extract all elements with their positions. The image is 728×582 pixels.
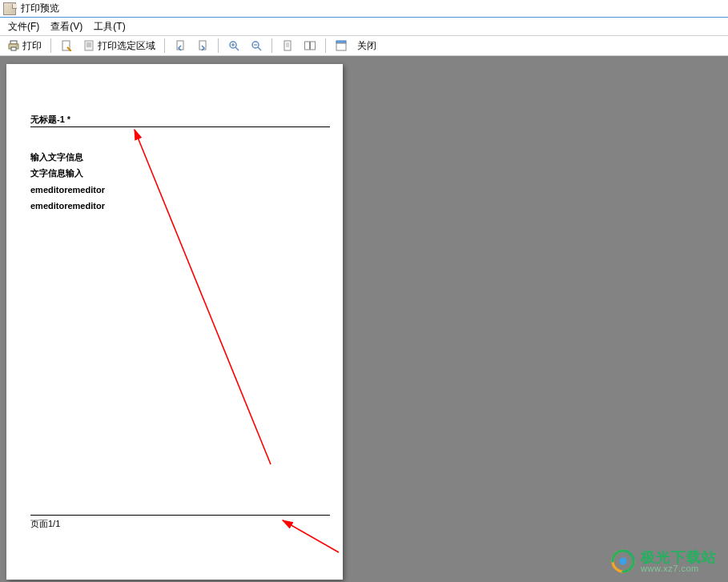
close-label: 关闭: [357, 39, 376, 53]
page-footer-text: 页面1/1: [30, 518, 330, 530]
print-label: 打印: [22, 39, 42, 53]
toolbar-separator: [325, 38, 326, 53]
page-setup-button[interactable]: [56, 37, 77, 54]
close-button[interactable]: 关闭: [353, 37, 380, 55]
page-prev-icon: [174, 39, 187, 52]
two-page-view-button[interactable]: [300, 37, 320, 54]
page-footer-line: [30, 515, 330, 516]
svg-rect-6: [85, 41, 93, 50]
svg-point-3: [16, 45, 18, 46]
menubar: 文件(F) 查看(V) 工具(T): [0, 18, 728, 35]
zoom-out-icon: [250, 39, 263, 52]
svg-rect-26: [336, 43, 346, 50]
svg-rect-0: [10, 41, 17, 44]
print-range-button[interactable]: 打印选定区域: [78, 37, 159, 55]
zoom-out-button[interactable]: [246, 37, 267, 54]
one-page-icon: [281, 39, 294, 52]
svg-rect-5: [70, 50, 71, 51]
page-preview: 无标题-1 * 输入文字信息 文字信息输入 emeditoremeditor e…: [6, 64, 343, 580]
print-button[interactable]: 打印: [3, 37, 46, 55]
body-line: emeditoremeditor: [30, 182, 330, 198]
two-page-icon: [304, 39, 316, 52]
svg-rect-11: [199, 41, 206, 50]
page-header-line: [30, 126, 330, 127]
titlebar: 打印预览: [0, 0, 728, 18]
toolbar-separator: [164, 38, 165, 53]
one-page-view-button[interactable]: [277, 37, 298, 54]
header-footer-icon: [335, 39, 348, 52]
window-title: 打印预览: [21, 2, 59, 15]
header-footer-button[interactable]: [331, 37, 352, 54]
menu-file[interactable]: 文件(F): [3, 18, 44, 35]
menu-file-label: 文件(F): [8, 21, 39, 32]
svg-rect-23: [305, 42, 310, 50]
toolbar-separator: [50, 38, 51, 53]
menu-tools[interactable]: 工具(T): [89, 18, 130, 35]
menu-tools-label: 工具(T): [94, 21, 125, 32]
page-header-text: 无标题-1 *: [30, 114, 330, 126]
svg-rect-19: [284, 41, 291, 50]
print-range-label: 打印选定区域: [98, 39, 155, 53]
next-page-button[interactable]: [192, 37, 213, 54]
zoom-in-icon: [227, 39, 240, 52]
toolbar-separator: [271, 38, 272, 53]
svg-rect-24: [311, 42, 316, 50]
page-range-icon: [82, 39, 95, 52]
menu-view-label: 查看(V): [50, 21, 82, 32]
app-icon: [3, 2, 16, 15]
annotation-arrow: [6, 64, 343, 580]
svg-line-17: [258, 47, 261, 50]
page-setup-icon: [60, 39, 73, 52]
body-line: 文字信息输入: [30, 165, 330, 181]
preview-area: 无标题-1 * 输入文字信息 文字信息输入 emeditoremeditor e…: [0, 56, 728, 582]
menu-view[interactable]: 查看(V): [46, 18, 87, 35]
toolbar: 打印 打印选定区域: [0, 35, 728, 56]
printer-icon: [7, 39, 20, 52]
body-line: 输入文字信息: [30, 149, 330, 165]
svg-rect-10: [177, 41, 183, 50]
svg-line-13: [235, 47, 239, 50]
toolbar-separator: [218, 38, 219, 53]
page-next-icon: [196, 39, 209, 52]
svg-rect-2: [11, 47, 16, 50]
zoom-in-button[interactable]: [223, 37, 244, 54]
body-line: emeditoremeditor: [30, 198, 330, 214]
prev-page-button[interactable]: [170, 37, 191, 54]
page-body: 输入文字信息 文字信息输入 emeditoremeditor emeditore…: [30, 149, 330, 214]
